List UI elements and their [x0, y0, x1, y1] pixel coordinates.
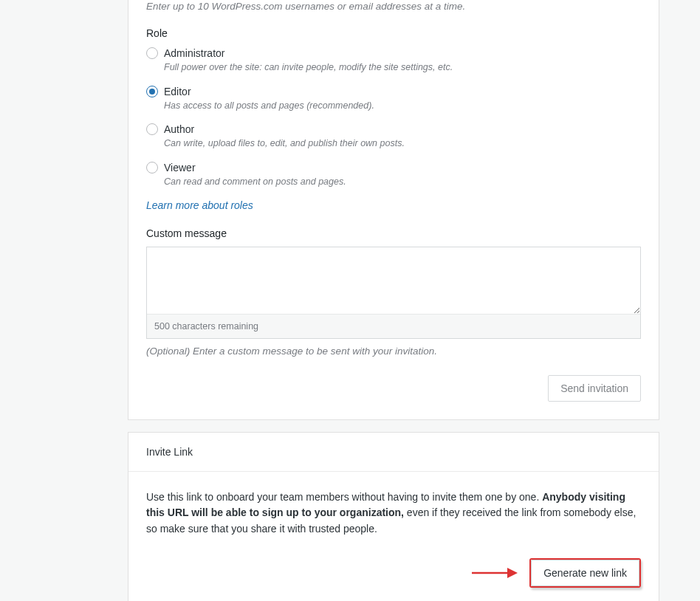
- role-desc: Can read and comment on posts and pages.: [164, 176, 346, 189]
- invite-link-header: Invite Link: [128, 433, 659, 472]
- custom-message-textarea[interactable]: [147, 247, 640, 314]
- learn-more-roles-link[interactable]: Learn more about roles: [146, 199, 253, 211]
- annotation-highlight-box: Generate new link: [529, 558, 641, 588]
- annotation-arrow-icon: [472, 566, 518, 580]
- send-button-row: Send invitation: [146, 375, 641, 402]
- custom-message-hint: (Optional) Enter a custom message to be …: [146, 345, 641, 359]
- role-option-administrator[interactable]: Administrator Full power over the site: …: [146, 47, 641, 75]
- role-label: Administrator: [164, 47, 453, 60]
- radio-icon: [146, 162, 158, 174]
- characters-remaining: 500 characters remaining: [147, 314, 640, 338]
- role-label: Author: [164, 123, 405, 136]
- radio-icon: [146, 123, 158, 135]
- svg-marker-1: [507, 568, 518, 578]
- role-radio-group: Administrator Full power over the site: …: [146, 47, 641, 189]
- role-desc: Can write, upload files to, edit, and pu…: [164, 137, 405, 151]
- role-option-editor[interactable]: Editor Has access to all posts and pages…: [146, 85, 641, 113]
- radio-icon: [146, 86, 158, 97]
- generate-link-row: Generate new link: [146, 558, 641, 588]
- role-label: Editor: [164, 85, 374, 98]
- invite-link-body: Use this link to onboard your team membe…: [128, 472, 659, 601]
- invite-form-panel: Enter up to 10 WordPress.com usernames o…: [128, 0, 659, 420]
- invite-link-panel: Invite Link Use this link to onboard you…: [128, 432, 659, 601]
- role-desc: Has access to all posts and pages (recom…: [164, 100, 374, 113]
- role-option-viewer[interactable]: Viewer Can read and comment on posts and…: [146, 161, 641, 189]
- custom-message-label: Custom message: [146, 227, 641, 239]
- custom-message-wrap: 500 characters remaining: [146, 247, 641, 339]
- role-label: Viewer: [164, 161, 346, 174]
- invite-link-description: Use this link to onboard your team membe…: [146, 490, 641, 538]
- radio-icon: [146, 47, 158, 59]
- role-desc: Full power over the site: can invite peo…: [164, 61, 453, 75]
- role-section-label: Role: [146, 27, 641, 39]
- generate-new-link-button[interactable]: Generate new link: [531, 560, 639, 586]
- usernames-hint: Enter up to 10 WordPress.com usernames o…: [146, 0, 641, 14]
- role-option-author[interactable]: Author Can write, upload files to, edit,…: [146, 123, 641, 151]
- send-invitation-button[interactable]: Send invitation: [548, 375, 641, 402]
